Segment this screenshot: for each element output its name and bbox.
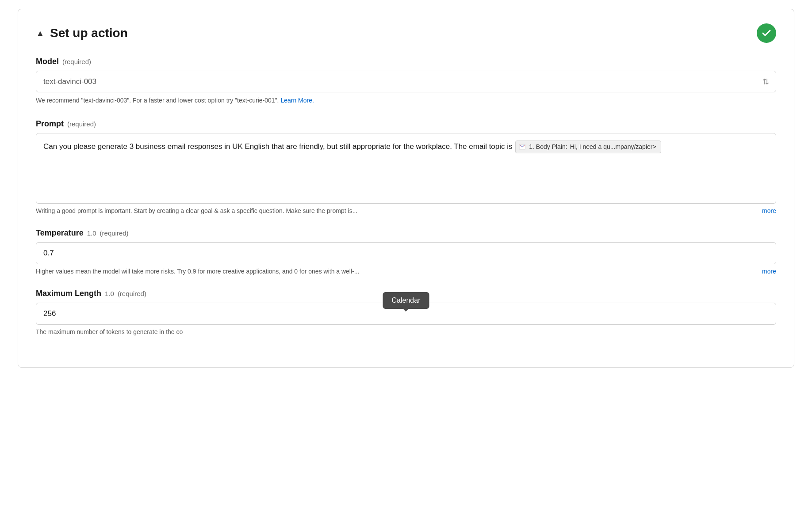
- temperature-hint-row: Higher values mean the model will take m…: [36, 268, 776, 275]
- page-wrapper: ▲ Set up action Model (required) text-da…: [0, 0, 812, 532]
- model-select[interactable]: text-davinci-003: [36, 71, 776, 92]
- temperature-more-link[interactable]: more: [762, 268, 776, 275]
- temperature-label: Temperature 1.0 (required): [36, 228, 776, 238]
- section-card: ▲ Set up action Model (required) text-da…: [18, 9, 794, 368]
- model-hint: We recommend "text-davinci-003". For a f…: [36, 96, 776, 105]
- model-required-text: (required): [62, 58, 91, 65]
- model-label-text: Model: [36, 57, 59, 66]
- tooltip-text: Calendar: [392, 296, 421, 304]
- pill-label: 1. Body Plain:: [529, 142, 567, 152]
- prompt-label: Prompt (required): [36, 119, 776, 129]
- model-label: Model (required): [36, 57, 776, 66]
- max-length-hint-row: The maximum number of tokens to generate…: [36, 328, 776, 335]
- gmail-icon: [518, 143, 526, 151]
- prompt-label-text: Prompt: [36, 119, 64, 129]
- temperature-required-text: (required): [100, 229, 129, 237]
- calendar-tooltip: Calendar: [383, 292, 429, 309]
- max-length-required-text: (required): [118, 290, 146, 297]
- temperature-label-text: Temperature: [36, 228, 84, 238]
- prompt-pill-tag[interactable]: 1. Body Plain: Hi, I need a qu...mpany/z…: [515, 141, 661, 153]
- pill-value: Hi, I need a qu...mpany/zapier>: [570, 142, 656, 152]
- prompt-text-before: Can you please generate 3 business email…: [43, 142, 514, 151]
- section-header: ▲ Set up action: [36, 23, 776, 43]
- temperature-form-group: Temperature 1.0 (required) Higher values…: [36, 228, 776, 275]
- max-length-label-text: Maximum Length: [36, 289, 101, 298]
- temperature-hint-text: Higher values mean the model will take m…: [36, 268, 758, 275]
- model-hint-text: We recommend "text-davinci-003". For a f…: [36, 97, 279, 104]
- prompt-hint-row: Writing a good prompt is important. Star…: [36, 207, 776, 214]
- prompt-more-link[interactable]: more: [762, 207, 776, 214]
- max-length-form-group: Maximum Length 1.0 (required) The maximu…: [36, 289, 776, 335]
- temperature-input[interactable]: [36, 242, 776, 264]
- check-badge: [757, 23, 776, 43]
- temperature-version: 1.0: [87, 229, 96, 237]
- prompt-required-text: (required): [67, 120, 96, 128]
- collapse-icon[interactable]: ▲: [36, 29, 45, 38]
- prompt-hint-text: Writing a good prompt is important. Star…: [36, 207, 758, 214]
- max-length-hint-text: The maximum number of tokens to generate…: [36, 328, 776, 335]
- prompt-textarea[interactable]: Can you please generate 3 business email…: [36, 133, 776, 204]
- model-select-wrapper: text-davinci-003 ⇅: [36, 71, 776, 92]
- model-learn-more-link[interactable]: Learn More.: [280, 97, 314, 104]
- section-title: Set up action: [50, 26, 128, 40]
- prompt-form-group: Prompt (required) Can you please generat…: [36, 119, 776, 214]
- max-length-version: 1.0: [105, 290, 114, 297]
- section-title-group: ▲ Set up action: [36, 26, 128, 40]
- model-form-group: Model (required) text-davinci-003 ⇅ We r…: [36, 57, 776, 105]
